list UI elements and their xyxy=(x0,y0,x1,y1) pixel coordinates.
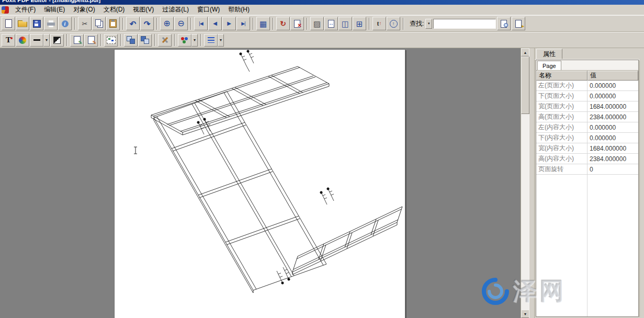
next-view-button[interactable] xyxy=(387,17,400,30)
property-name: 高(内容大小) xyxy=(536,154,587,164)
prev-page-icon xyxy=(210,19,220,28)
property-value[interactable]: 2384.000000 xyxy=(587,154,638,164)
color-wheel-icon xyxy=(18,36,27,44)
panel-splitter[interactable] xyxy=(529,48,535,318)
pdf-page[interactable] xyxy=(114,49,405,318)
property-value[interactable]: 0.000000 xyxy=(587,122,638,132)
document-info-button[interactable] xyxy=(58,17,72,30)
undo-button[interactable] xyxy=(126,17,140,30)
chevron-down-icon[interactable] xyxy=(191,34,198,47)
find-input[interactable] xyxy=(433,19,496,29)
zoom-in-icon xyxy=(162,19,172,28)
print-button[interactable] xyxy=(44,17,58,30)
color-palette-button[interactable] xyxy=(178,34,191,47)
左(页面大小): 左(页面大小) 0.000000 xyxy=(536,81,638,91)
find-options-dropdown[interactable] xyxy=(425,19,432,29)
cut-icon xyxy=(80,19,89,28)
property-value[interactable]: 0.000000 xyxy=(587,133,638,143)
menu-object[interactable]: 对象(O) xyxy=(69,4,99,15)
delete-page-button[interactable] xyxy=(290,17,304,30)
menu-help[interactable]: 帮助(H) xyxy=(224,4,254,15)
宽(页面大小): 宽(页面大小) 1684.000000 xyxy=(536,101,638,112)
zoom-in-button[interactable] xyxy=(160,17,174,30)
property-value[interactable]: 1684.000000 xyxy=(587,143,638,153)
toolbar-separator xyxy=(253,18,254,30)
tools-button[interactable] xyxy=(158,34,172,47)
new-document-button[interactable] xyxy=(2,17,15,30)
find-group: 查找: xyxy=(408,17,525,30)
edit-object-button[interactable] xyxy=(70,34,84,47)
previous-view-button[interactable] xyxy=(372,17,386,30)
chevron-down-icon[interactable] xyxy=(218,34,224,47)
properties-tab[interactable]: 属性 xyxy=(536,49,562,59)
fill-style-button[interactable] xyxy=(50,34,64,47)
properties-content: Page 名称 值 左(页面大小) 0.000000 下(页面大小) 0.000… xyxy=(536,60,639,317)
color-dots-icon xyxy=(180,37,189,43)
paste-button[interactable] xyxy=(106,17,120,30)
save-button[interactable] xyxy=(30,17,43,30)
property-value[interactable]: 0 xyxy=(587,164,638,174)
高(页面大小): 高(页面大小) 2384.000000 xyxy=(536,112,638,122)
open-file-button[interactable] xyxy=(16,17,29,30)
menu-edit[interactable]: 编辑(E) xyxy=(40,4,69,15)
new-document-icon xyxy=(4,19,13,28)
scroll-up-button[interactable]: ▲ xyxy=(521,48,529,56)
text-tool-button[interactable] xyxy=(2,34,15,47)
menu-items: 文件(F)编辑(E)对象(O)文档(D)视图(V)过滤器(L)窗口(W)帮助(H… xyxy=(11,4,254,15)
menu-window[interactable]: 窗口(W) xyxy=(193,4,224,15)
property-value[interactable]: 1684.000000 xyxy=(587,101,638,111)
color-wheel-button[interactable] xyxy=(16,34,29,47)
menu-file[interactable]: 文件(F) xyxy=(11,4,40,15)
line-style-button[interactable] xyxy=(30,34,43,47)
page-tab[interactable]: Page xyxy=(537,61,561,70)
redo-button[interactable] xyxy=(140,17,154,30)
property-value[interactable]: 2384.000000 xyxy=(587,112,638,122)
align-button[interactable] xyxy=(204,34,218,47)
page-list-button[interactable] xyxy=(256,17,270,30)
宽(内容大小): 宽(内容大小) 1684.000000 xyxy=(536,143,638,154)
find-next-button[interactable] xyxy=(512,17,525,30)
document-canvas[interactable] xyxy=(0,48,521,318)
copy-icon xyxy=(94,19,104,28)
zoom-out-button[interactable] xyxy=(174,17,188,30)
window-title: Foxit PDF Editor - [zhuangpeitu.pdf] xyxy=(0,0,644,3)
vertical-scrollbar[interactable]: ▲ ▼ xyxy=(521,48,529,318)
print-icon xyxy=(46,19,55,28)
property-rows: 左(页面大小) 0.000000 下(页面大小) 0.000000 宽(页面大小… xyxy=(536,81,638,175)
toolbar-separator xyxy=(174,34,175,46)
chevron-down-icon[interactable] xyxy=(43,34,50,47)
rotate-page-icon xyxy=(278,19,288,28)
two-page-view-button[interactable] xyxy=(338,17,352,30)
cut-button[interactable] xyxy=(78,17,92,30)
app-icon[interactable] xyxy=(2,6,9,14)
arrange-back-button[interactable] xyxy=(138,34,152,47)
arrange-front-button[interactable] xyxy=(124,34,138,47)
find-document-button[interactable] xyxy=(497,17,511,30)
menu-document[interactable]: 文档(D) xyxy=(99,4,129,15)
property-value[interactable]: 0.000000 xyxy=(587,81,638,90)
fit-page-button[interactable] xyxy=(324,17,338,30)
next-page-button[interactable] xyxy=(222,17,236,30)
find-label: 查找: xyxy=(410,19,424,28)
arrange-back-icon xyxy=(141,36,149,44)
panel-scrollbar[interactable] xyxy=(639,61,643,317)
edit-page-button[interactable] xyxy=(84,34,98,47)
first-page-button[interactable] xyxy=(194,17,208,30)
menu-filter[interactable]: 过滤器(L) xyxy=(158,4,193,15)
grid-button[interactable] xyxy=(310,17,324,30)
scrollbar-thumb[interactable] xyxy=(521,56,529,114)
scrollbar-track[interactable] xyxy=(521,56,529,310)
multi-page-view-button[interactable] xyxy=(353,17,366,30)
column-header-name: 名称 xyxy=(536,71,587,81)
prev-page-button[interactable] xyxy=(208,17,222,30)
rotate-page-button[interactable] xyxy=(276,17,290,30)
menu-view[interactable]: 视图(V) xyxy=(129,4,158,15)
下(页面大小): 下(页面大小) 0.000000 xyxy=(536,91,638,101)
property-name: 高(页面大小) xyxy=(536,112,587,122)
property-value[interactable]: 0.000000 xyxy=(587,91,638,101)
page-tab-row: Page xyxy=(536,60,638,71)
select-area-button[interactable] xyxy=(104,34,118,47)
copy-button[interactable] xyxy=(92,17,106,30)
scroll-down-button[interactable]: ▼ xyxy=(521,310,529,318)
last-page-button[interactable] xyxy=(236,17,250,30)
